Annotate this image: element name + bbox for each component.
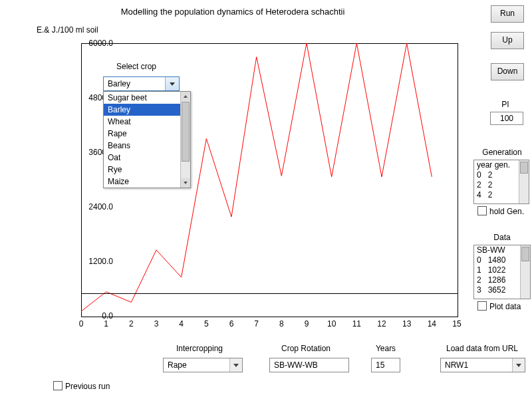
checkbox-box[interactable]: [477, 301, 487, 311]
data-label: Data: [475, 233, 529, 242]
x-tick-label: 3: [150, 319, 163, 329]
combobox-value: Barley: [108, 79, 130, 88]
plot-data-checkbox[interactable]: Plot data: [477, 301, 521, 311]
dropdown-option[interactable]: Barley: [104, 104, 190, 116]
data-listbox[interactable]: SB-WW 0 14801 10222 12863 3652: [473, 245, 531, 299]
x-tick-label: 9: [300, 319, 313, 329]
intercropping-select[interactable]: Rape: [163, 358, 243, 372]
checkbox-box[interactable]: [477, 206, 487, 215]
select-crop-combobox[interactable]: Barley: [103, 76, 180, 91]
crop-rotation-label: Crop Rotation: [269, 344, 342, 353]
x-tick-label: 1: [100, 319, 113, 329]
dropdown-option[interactable]: Wheat: [104, 116, 190, 128]
down-button[interactable]: Down: [491, 63, 524, 80]
scroll-down-icon[interactable]: [181, 178, 190, 188]
dropdown-option[interactable]: Beans: [104, 140, 190, 152]
run-button[interactable]: Run: [491, 5, 524, 23]
x-tick-label: 2: [124, 319, 138, 329]
dropdown-option[interactable]: Oat: [104, 152, 190, 164]
x-tick-label: 12: [375, 319, 388, 329]
intercropping-label: Intercropping: [163, 344, 236, 353]
previous-run-checkbox[interactable]: Previous run: [53, 381, 110, 391]
generation-label: Generation: [475, 148, 529, 157]
crop-rotation-input[interactable]: SB-WW-WB: [269, 358, 349, 372]
textbox-value: SB-WW-WB: [274, 360, 318, 370]
scrollbar[interactable]: [519, 160, 529, 203]
x-tick-label: 8: [275, 319, 288, 329]
combobox-value: Rape: [168, 360, 187, 370]
dropdown-option[interactable]: Maize: [104, 176, 190, 188]
hold-gen-checkbox[interactable]: hold Gen.: [477, 206, 524, 216]
x-tick-label: 7: [250, 319, 263, 329]
x-tick-label: 4: [175, 319, 188, 329]
up-button[interactable]: Up: [491, 32, 524, 49]
scroll-up-icon[interactable]: [181, 92, 190, 101]
x-tick-label: 6: [225, 319, 238, 329]
x-tick-label: 13: [400, 319, 414, 329]
scrollbar[interactable]: [520, 245, 530, 299]
select-crop-label: Select crop: [116, 62, 156, 71]
textbox-value: 15: [376, 360, 384, 370]
x-tick-label: 14: [425, 319, 438, 329]
checkbox-label: Previous run: [65, 382, 110, 391]
select-crop-dropdown[interactable]: Sugar beetBarleyWheatRapeBeansOatRyeMaiz…: [103, 91, 191, 188]
dropdown-option[interactable]: Rape: [104, 128, 190, 140]
threshold-line: [81, 293, 458, 294]
x-tick-label: 11: [350, 319, 363, 329]
x-tick-label: 0: [74, 319, 88, 329]
years-label: Years: [369, 344, 402, 353]
dropdown-option[interactable]: Rye: [104, 164, 190, 176]
y-axis-label: E.& J./100 ml soil: [37, 25, 98, 35]
checkbox-label: hold Gen.: [489, 207, 524, 216]
chevron-down-icon[interactable]: [165, 77, 179, 90]
scrollbar-thumb[interactable]: [520, 162, 528, 174]
page-title: Modelling the population dynamics of Het…: [0, 7, 466, 17]
x-tick-label: 5: [200, 319, 213, 329]
combobox-value: NRW1: [445, 360, 468, 370]
dropdown-option[interactable]: Sugar beet: [104, 92, 190, 104]
years-input[interactable]: 15: [371, 358, 400, 372]
scrollbar-thumb[interactable]: [182, 102, 190, 162]
chevron-down-icon[interactable]: [229, 358, 242, 372]
checkbox-label: Plot data: [489, 302, 521, 311]
scrollbar-thumb[interactable]: [521, 247, 529, 261]
x-tick-label: 10: [325, 319, 338, 329]
x-tick-label: 15: [450, 319, 464, 329]
load-url-select[interactable]: NRW1: [440, 358, 525, 372]
load-url-label: Load data from URL: [439, 344, 525, 353]
chevron-down-icon[interactable]: [512, 358, 525, 372]
generation-listbox[interactable]: year gen. 0 22 24 2: [473, 160, 529, 204]
pi-label: PI: [485, 100, 525, 109]
pi-input[interactable]: [490, 112, 523, 125]
checkbox-box[interactable]: [53, 381, 63, 390]
